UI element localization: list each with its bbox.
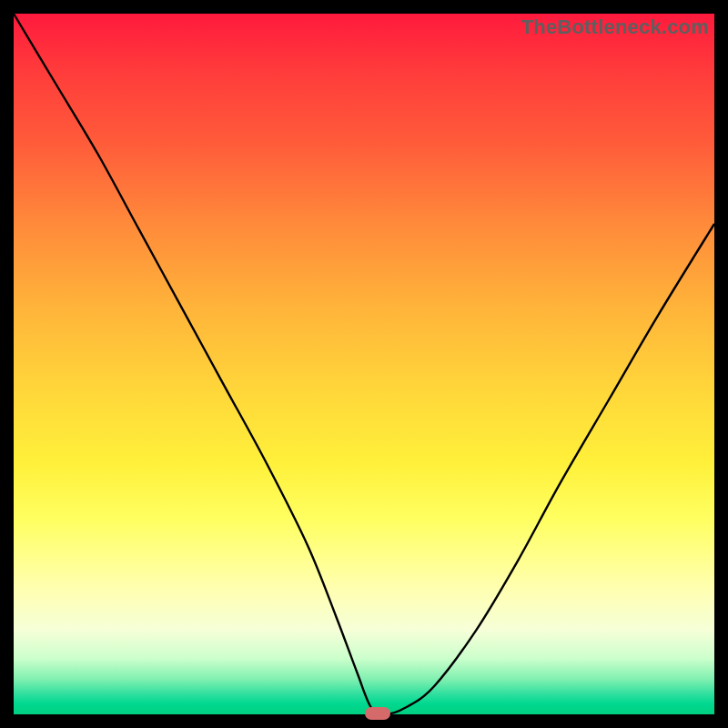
- optimal-point-marker: [365, 707, 390, 720]
- chart-frame: TheBottleneck.com: [0, 0, 728, 728]
- chart-plot-area: TheBottleneck.com: [14, 14, 714, 714]
- curve-path: [14, 14, 714, 714]
- bottleneck-curve: [14, 14, 714, 714]
